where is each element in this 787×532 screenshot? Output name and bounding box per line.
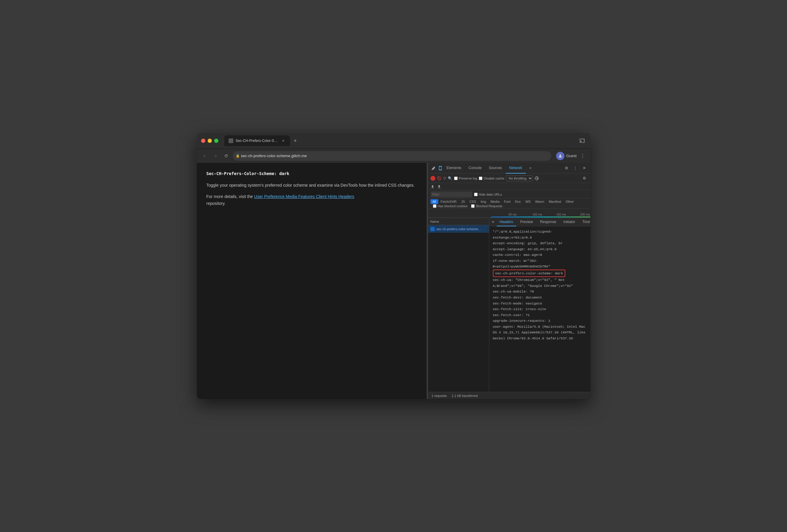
request-name: sec-ch-prefers-color-scheme…	[437, 227, 487, 231]
paragraph-2-before: For more details, visit the	[207, 194, 253, 199]
tab-close-button[interactable]: ✕	[281, 138, 286, 143]
preserve-log-checkbox[interactable]	[454, 177, 458, 180]
browser-tab[interactable]: Sec-CH-Prefers-Color-Schem… ✕	[224, 135, 290, 146]
close-request-icon[interactable]: ✕	[492, 220, 494, 224]
page-paragraph-1: Toggle your operating system's preferred…	[207, 182, 417, 189]
header-line-6: sec-ch-ua: "Chromium";v="92", " Not A;Br…	[493, 277, 587, 289]
page-title: Sec-CH-Prefers-Color-Scheme: dark	[207, 171, 417, 176]
devtools-settings-button[interactable]: ⚙	[563, 164, 570, 172]
tab-initiator[interactable]: Initiator	[560, 218, 578, 226]
devtools-toolbar: Elements Console Sources Network »	[428, 163, 590, 218]
filter-type-manifest[interactable]: Manifest	[547, 199, 563, 204]
tab-title: Sec-CH-Prefers-Color-Schem…	[236, 139, 279, 143]
tab-bar: Sec-CH-Prefers-Color-Schem… ✕ +	[224, 135, 575, 146]
header-line-highlighted: sec-ch-prefers-color-scheme: dark	[493, 270, 587, 277]
network-list: Name sec-ch-prefers-color-scheme…	[428, 218, 489, 392]
network-toolbar: 🚫 ▽ 🔍 Preserve log Disable cache No thro…	[428, 174, 590, 183]
blocked-cookies-group: Has blocked cookies	[433, 204, 468, 208]
blocked-requests-group: Blocked Requests	[471, 204, 503, 208]
header-line-9: sec-fetch-mode: navigate	[493, 301, 587, 307]
hints-headers-link[interactable]: User Preference Media Features Client Hi…	[254, 194, 354, 199]
filter-type-css[interactable]: CSS	[467, 199, 478, 204]
tab-response[interactable]: Response	[537, 218, 559, 226]
filter-input-wrapper	[430, 192, 472, 197]
back-button[interactable]	[200, 152, 209, 160]
main-content: Sec-CH-Prefers-Color-Scheme: dark Toggle…	[197, 163, 590, 399]
close-traffic-light[interactable]	[201, 139, 205, 143]
network-settings-button[interactable]: ⚙	[581, 175, 588, 182]
request-count: 1 requests	[432, 394, 447, 398]
filter-type-doc[interactable]: Doc	[513, 199, 523, 204]
new-tab-button[interactable]: +	[291, 137, 299, 145]
browser-more-button[interactable]: ⋮	[578, 152, 587, 160]
tab-network[interactable]: Network	[506, 163, 526, 174]
devtools-tabs: Elements Console Sources Network »	[428, 163, 590, 174]
address-input[interactable]	[233, 151, 551, 161]
disable-cache-checkbox[interactable]	[479, 177, 483, 180]
waterfall-tick-150ms: 150 ms	[556, 213, 566, 216]
upload-button[interactable]	[430, 184, 435, 189]
filter-type-wasm[interactable]: Wasm	[533, 199, 547, 204]
filter-type-js[interactable]: JS	[459, 199, 467, 204]
header-line-12: upgrade-insecure-requests: 1	[493, 318, 587, 324]
filter-type-all[interactable]: All	[430, 199, 438, 204]
tab-preview[interactable]: Preview	[517, 218, 536, 226]
headers-panel: ✕ Headers Preview Response Initiator	[489, 218, 590, 392]
reload-button[interactable]	[222, 152, 230, 160]
filter-type-font[interactable]: Font	[502, 199, 513, 204]
hide-data-urls-checkbox[interactable]	[474, 193, 477, 196]
tab-sources[interactable]: Sources	[485, 163, 506, 174]
device-toolbar-button[interactable]	[438, 165, 443, 171]
profile-icon[interactable]	[556, 152, 565, 160]
filter-type-fetch-xhr[interactable]: Fetch/XHR	[439, 199, 459, 204]
request-detail-tabs: ✕ Headers Preview Response Initiator	[489, 218, 590, 226]
forward-button[interactable]	[211, 152, 219, 160]
devtools-status-bar: 1 requests 1.1 kB transferred	[428, 392, 590, 399]
blocked-requests-checkbox[interactable]	[471, 204, 475, 208]
devtools-close-button[interactable]: ✕	[581, 164, 588, 172]
waterfall-tick-200ms: 200 ms	[580, 213, 590, 216]
tab-timing[interactable]: Timing	[579, 218, 590, 226]
filter-type-media[interactable]: Media	[488, 199, 502, 204]
inspect-element-button[interactable]	[430, 165, 436, 171]
hide-data-urls-group: Hide data URLs	[474, 193, 502, 196]
tab-headers[interactable]: Headers	[497, 218, 516, 226]
search-button[interactable]: 🔍	[448, 176, 452, 180]
minimize-traffic-light[interactable]	[208, 139, 212, 143]
filter-input[interactable]	[432, 193, 470, 196]
devtools-inspect-area	[430, 165, 443, 171]
maximize-traffic-light[interactable]	[214, 139, 218, 143]
filter-type-ws[interactable]: WS	[523, 199, 533, 204]
waterfall-tick-50ms: 50 ms	[509, 213, 517, 216]
filter-button[interactable]: ▽	[443, 176, 446, 180]
waterfall-header: 50 ms 100 ms 150 ms 200 ms 250 ms 300 ms	[428, 209, 590, 218]
filter-type-other[interactable]: Other	[563, 199, 576, 204]
devtools-more-button[interactable]: ⋮	[572, 164, 579, 172]
header-line-8: sec-fetch-dest: document	[493, 295, 587, 301]
header-line-2: accept-language: en-US,en;q=0.9	[493, 246, 587, 252]
filter-type-img[interactable]: Img	[478, 199, 488, 204]
tab-more[interactable]: »	[526, 163, 535, 174]
blocked-requests-label: Blocked Requests	[476, 204, 503, 208]
throttle-select[interactable]: No throttling	[506, 175, 533, 181]
download-button[interactable]	[437, 184, 441, 189]
cast-icon[interactable]	[578, 137, 586, 145]
header-line-0: */*;q=0.8,application/signed-exchange;v=…	[493, 229, 587, 240]
waterfall-tick-100ms: 100 ms	[533, 213, 543, 216]
blocked-cookies-checkbox[interactable]	[433, 204, 437, 208]
tab-console[interactable]: Console	[465, 163, 485, 174]
traffic-lights	[201, 139, 218, 143]
record-button[interactable]	[430, 176, 435, 181]
page-paragraph-2: For more details, visit the User Prefere…	[207, 193, 417, 207]
title-bar: Sec-CH-Prefers-Color-Schem… ✕ +	[197, 133, 590, 149]
preserve-log-checkbox-group: Preserve log	[454, 177, 477, 180]
network-row[interactable]: sec-ch-prefers-color-scheme…	[428, 225, 489, 233]
header-line-1: accept-encoding: gzip, deflate, br	[493, 240, 587, 246]
lock-icon: 🔒	[236, 154, 240, 158]
waterfall-progress-bar	[491, 217, 590, 217]
stop-button[interactable]: 🚫	[437, 176, 442, 180]
profile-label[interactable]: Guest	[566, 154, 577, 158]
disable-cache-checkbox-group: Disable cache	[479, 177, 504, 180]
header-line-4: if-none-match: W/"392-B+pCtpzl+pyWUSHMRn…	[493, 258, 587, 270]
tab-elements[interactable]: Elements	[443, 163, 465, 174]
